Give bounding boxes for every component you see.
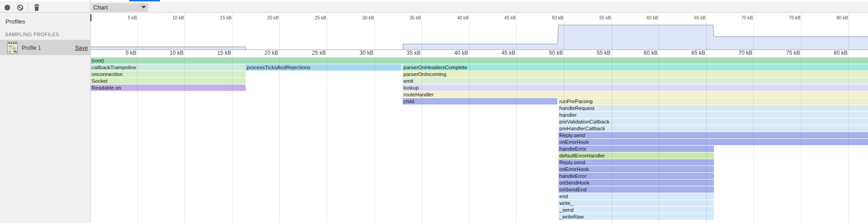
- svg-text:%: %: [13, 49, 17, 54]
